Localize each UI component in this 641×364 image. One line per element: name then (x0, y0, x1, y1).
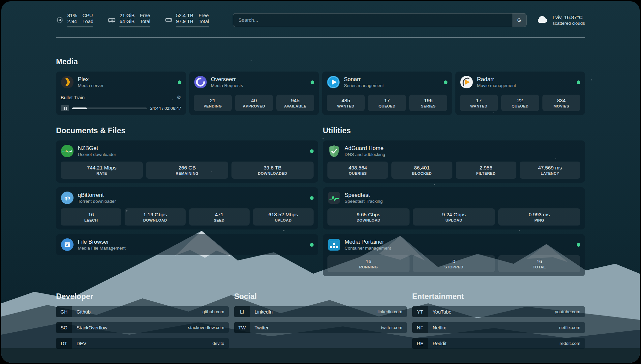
nzbget-link[interactable]: nzbget NZBGet Usenet downloader (61, 144, 116, 158)
stat-available: 945 AVAILABLE (276, 95, 314, 111)
stat-queued: 17 QUEUED (368, 95, 406, 111)
stat-downloaded: 39.6 TB DOWNLOADED (231, 162, 314, 179)
stat-wanted: 17 WANTED (460, 95, 498, 111)
portainer-card: Media Portainer Container management 16 … (323, 234, 585, 276)
bookmark-linkedin[interactable]: LI LinkedIn linkedin.com (234, 306, 407, 317)
memory-label-top: Free (140, 13, 150, 18)
bookmark-name: YouTube (433, 309, 451, 315)
bookmark-twitter[interactable]: TW Twitter twitter.com (234, 322, 407, 333)
playback-progressbar[interactable] (72, 107, 147, 109)
cpu-icon (56, 16, 64, 24)
portainer-link[interactable]: Media Portainer Container management (327, 238, 391, 251)
stat-queries: 498,564 QUERIES (327, 162, 388, 179)
overseerr-link[interactable]: Overseerr Media Requests (194, 76, 243, 89)
cpu-percent: 31% (67, 13, 77, 18)
entertainment-title: Entertainment (412, 292, 585, 301)
filebrowser-link[interactable]: File Browser Media File Management (61, 238, 126, 251)
service-subtitle: Series management (344, 83, 384, 88)
plex-icon (61, 76, 74, 89)
bookmark-name: Reddit (433, 341, 446, 346)
bookmark-netflix[interactable]: NF Netflix netflix.com (412, 322, 585, 333)
cpu-progressbar (67, 26, 93, 27)
service-name: AdGuard Home (345, 145, 385, 152)
plex-link[interactable]: Plex Media server (61, 76, 104, 89)
service-subtitle: Media Requests (211, 83, 243, 88)
stat-download: 1.19 Gbps DOWNLOAD (125, 208, 185, 226)
search-engine-button[interactable]: G (512, 14, 526, 27)
bookmark-github[interactable]: GH Github github.com (56, 306, 229, 317)
cpu-widget: 31% CPU 2.94 Load (56, 13, 93, 27)
social-title: Social (234, 292, 407, 301)
bookmark-stackoverflow[interactable]: SO StackOverflow stackoverflow.com (56, 322, 229, 333)
stat-stopped: 0 STOPPED (413, 255, 495, 272)
service-name: Radarr (477, 76, 516, 83)
bookmark-name: StackOverflow (76, 325, 107, 330)
section-documents: Documents & Files nzbget (56, 126, 318, 255)
speedtest-link[interactable]: Speedtest Speedtest Tracking (327, 191, 383, 204)
bookmark-abbr: NF (412, 322, 428, 333)
memory-free: 21 GiB (119, 13, 135, 18)
bookmark-abbr: LI (234, 306, 250, 317)
status-dot (310, 243, 314, 247)
service-subtitle: DNS and adblocking (345, 152, 385, 157)
bookmark-abbr: YT (412, 306, 428, 317)
sonarr-card: Sonarr Series management 485 WANTED 17 (322, 72, 452, 115)
bookmark-name: Twitter (255, 325, 269, 330)
filebrowser-card: File Browser Media File Management (56, 234, 318, 255)
status-dot (310, 149, 314, 153)
bookmark-abbr: TW (234, 322, 250, 333)
section-entertainment: Entertainment YT YouTube youtube.com NF … (412, 292, 585, 349)
weather-widget[interactable]: Lviv, 16.87°C scattered clouds (536, 14, 585, 26)
memory-total: 64 GiB (119, 18, 135, 24)
stat-upload: 618.52 Mbps UPLOAD (253, 208, 314, 226)
playback-time: 24:44 / 02:06:47 (150, 106, 181, 111)
stat-total: 16 TOTAL (498, 255, 580, 272)
service-subtitle: Container management (345, 245, 391, 251)
status-dot (310, 196, 314, 200)
stat-series: 196 SERIES (409, 95, 447, 111)
radarr-icon (460, 76, 473, 89)
stat-queued: 22 QUEUED (501, 95, 539, 111)
stat-pending: 21 PENDING (194, 95, 232, 111)
service-subtitle: Media File Management (78, 245, 126, 251)
service-name: Overseerr (211, 76, 243, 83)
cpu-load: 2.94 (67, 18, 77, 24)
bookmark-dev[interactable]: DT DEV dev.to (56, 338, 229, 349)
bookmark-abbr: SO (56, 322, 72, 333)
now-playing-title: Bullet Train (61, 95, 85, 100)
nzbget-icon: nzbget (61, 144, 74, 158)
status-dot (311, 80, 314, 84)
bookmark-abbr: GH (56, 306, 72, 317)
bookmark-url: stackoverflow.com (188, 325, 224, 330)
bookmark-url: github.com (202, 309, 224, 314)
weather-condition: scattered clouds (553, 20, 585, 26)
pause-button[interactable] (61, 105, 69, 111)
status-dot (577, 243, 580, 247)
settings-icon[interactable]: ⚙ (176, 95, 181, 100)
sonarr-link[interactable]: Sonarr Series management (327, 76, 384, 89)
bookmark-name: DEV (76, 341, 86, 346)
search-input[interactable] (233, 17, 512, 23)
stat-approved: 40 APPROVED (235, 95, 273, 111)
adguard-link[interactable]: AdGuard Home DNS and adblocking (327, 144, 385, 158)
speedtest-icon (327, 191, 341, 204)
service-name: Speedtest (345, 192, 383, 198)
stat-running: 16 RUNNING (327, 255, 410, 272)
service-name: Plex (78, 76, 104, 83)
disk-progressbar (176, 26, 209, 27)
adguard-card: AdGuard Home DNS and adblocking 498,564 … (323, 140, 585, 183)
section-social: Social LI LinkedIn linkedin.com TW Twitt… (234, 292, 407, 349)
service-subtitle: Media server (78, 83, 104, 88)
weather-location: Lviv, 16.87°C (553, 14, 585, 20)
bookmark-reddit[interactable]: RE Reddit reddit.com (412, 338, 585, 349)
bookmark-name: Netflix (433, 325, 446, 330)
app-window: 31% CPU 2.94 Load 21 GiB Fr (1, 1, 640, 363)
status-dot (444, 80, 447, 84)
service-name: qBittorrent (78, 192, 116, 198)
stat-rate: 744.21 Mbps RATE (61, 162, 143, 179)
radarr-link[interactable]: Radarr Movie management (460, 76, 516, 89)
service-name: Sonarr (344, 76, 384, 83)
bookmark-abbr: DT (56, 338, 72, 349)
bookmark-youtube[interactable]: YT YouTube youtube.com (412, 306, 585, 317)
qbittorrent-link[interactable]: qb qBittorrent Torrent downloader (61, 191, 116, 204)
